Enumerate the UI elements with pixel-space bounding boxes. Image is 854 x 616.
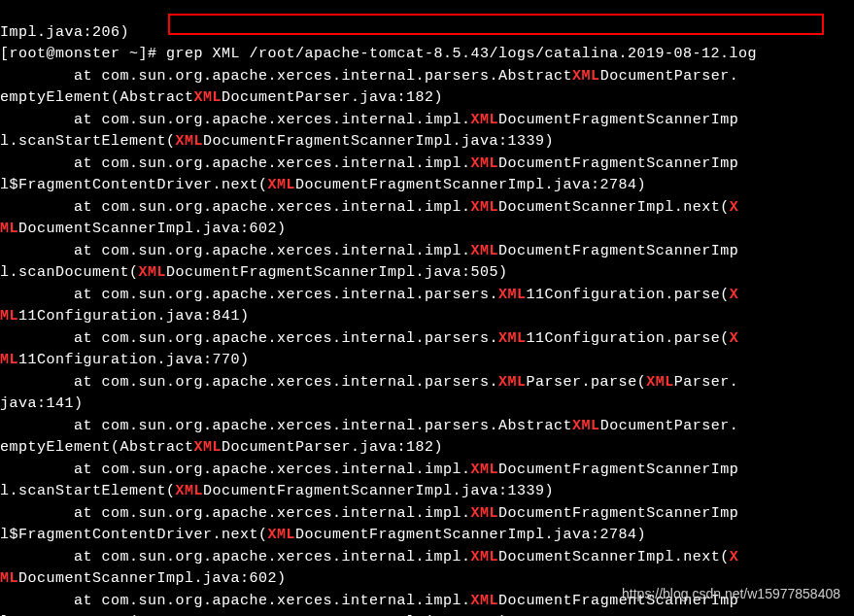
grep-match: XML	[176, 483, 204, 499]
grep-match: XML	[268, 527, 296, 543]
output-line: l.scanStartElement(XMLDocumentFragmentSc…	[0, 131, 854, 154]
grep-match: XML	[268, 177, 296, 193]
output-line: ML11Configuration.java:770)	[0, 350, 854, 372]
grep-match: X	[730, 549, 739, 565]
output-line: at com.sun.org.apache.xerces.internal.pa…	[0, 285, 854, 307]
output-line: emptyElement(AbstractXMLDocumentParser.j…	[0, 437, 854, 460]
grep-match: XML	[498, 374, 527, 391]
output-line: at com.sun.org.apache.xerces.internal.im…	[0, 154, 854, 176]
grep-match: XML	[139, 264, 167, 281]
output-line: Impl.java:206)	[0, 22, 854, 45]
grep-match: XML	[471, 199, 499, 216]
output-line: l$FragmentContentDriver.next(XMLDocument…	[0, 525, 854, 547]
grep-match: ML	[0, 352, 18, 368]
output-line: MLDocumentScannerImpl.java:602)	[0, 219, 854, 241]
output-line: at com.sun.org.apache.xerces.internal.im…	[0, 241, 854, 263]
output-line: at com.sun.org.apache.xerces.internal.im…	[0, 110, 854, 132]
grep-match: X	[730, 287, 739, 303]
grep-match: ML	[0, 221, 18, 237]
grep-match: X	[730, 330, 739, 347]
prompt-line: [root@monster ~]# grep XML /root/apache-…	[0, 44, 854, 66]
output-line: at com.sun.org.apache.xerces.internal.im…	[0, 460, 854, 482]
watermark-text: https://blog.csdn.net/w15977858408	[622, 584, 840, 604]
grep-match: XML	[572, 418, 600, 434]
output-line: l$FragmentContentDriver.next(XMLDocument…	[0, 175, 854, 197]
output-line: at com.sun.org.apache.xerces.internal.pa…	[0, 66, 854, 88]
grep-match: XML	[471, 593, 499, 609]
grep-match: XML	[471, 505, 499, 522]
grep-match: ML	[0, 570, 18, 587]
shell-prompt: [root@monster ~]#	[0, 46, 166, 62]
output-line: at com.sun.org.apache.xerces.internal.im…	[0, 547, 854, 569]
output-line: at com.sun.org.apache.xerces.internal.pa…	[0, 328, 854, 351]
grep-match: XML	[646, 374, 674, 391]
output-line: at com.sun.org.apache.xerces.internal.pa…	[0, 372, 854, 394]
grep-match: XML	[498, 330, 527, 347]
grep-match: XML	[572, 68, 600, 85]
grep-match: XML	[194, 439, 222, 456]
output-line: l.scanDocument(XMLDocumentFragmentScanne…	[0, 612, 854, 616]
grep-match: XML	[471, 112, 499, 128]
grep-match: ML	[0, 308, 18, 325]
output-line: emptyElement(AbstractXMLDocumentParser.j…	[0, 87, 854, 110]
grep-match: XML	[471, 462, 499, 478]
grep-match: XML	[471, 243, 499, 259]
grep-match: XML	[194, 89, 222, 106]
output-line: java:141)	[0, 394, 854, 416]
output-line: l.scanStartElement(XMLDocumentFragmentSc…	[0, 481, 854, 503]
grep-match: XML	[471, 155, 499, 172]
terminal-output[interactable]: Impl.java:206)[root@monster ~]# grep XML…	[0, 0, 854, 616]
output-line: at com.sun.org.apache.xerces.internal.im…	[0, 503, 854, 526]
grep-match: XML	[176, 133, 204, 150]
output-line: at com.sun.org.apache.xerces.internal.pa…	[0, 416, 854, 438]
grep-match: X	[730, 199, 739, 216]
output-line: ML11Configuration.java:841)	[0, 306, 854, 328]
output-line: at com.sun.org.apache.xerces.internal.im…	[0, 197, 854, 220]
output-line: l.scanDocument(XMLDocumentFragmentScanne…	[0, 262, 854, 285]
grep-match: XML	[498, 287, 527, 303]
grep-match: XML	[471, 549, 499, 565]
shell-command: grep XML /root/apache-tomcat-8.5.43/logs…	[166, 46, 757, 62]
